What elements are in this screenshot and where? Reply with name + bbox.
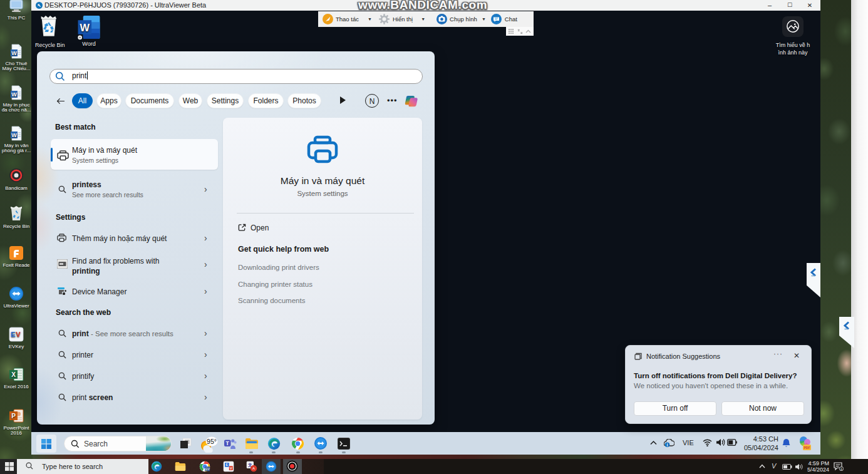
svg-text:P: P: [11, 413, 16, 420]
svg-text:GV: GV: [205, 467, 210, 471]
svg-text:W: W: [11, 132, 17, 138]
svg-text:V: V: [16, 331, 21, 338]
svg-text:T: T: [226, 440, 230, 446]
svg-text:W: W: [11, 91, 17, 98]
svg-text:E: E: [226, 463, 229, 466]
svg-text:V: V: [230, 466, 232, 470]
svg-text:W: W: [11, 50, 17, 56]
svg-text:PDF: PDF: [804, 446, 810, 450]
svg-text:i: i: [667, 443, 668, 447]
svg-text:X: X: [11, 371, 16, 378]
svg-text:W: W: [80, 22, 90, 33]
svg-text:E: E: [11, 331, 15, 338]
svg-text:A: A: [252, 466, 255, 470]
svg-text:95°: 95°: [207, 438, 217, 445]
